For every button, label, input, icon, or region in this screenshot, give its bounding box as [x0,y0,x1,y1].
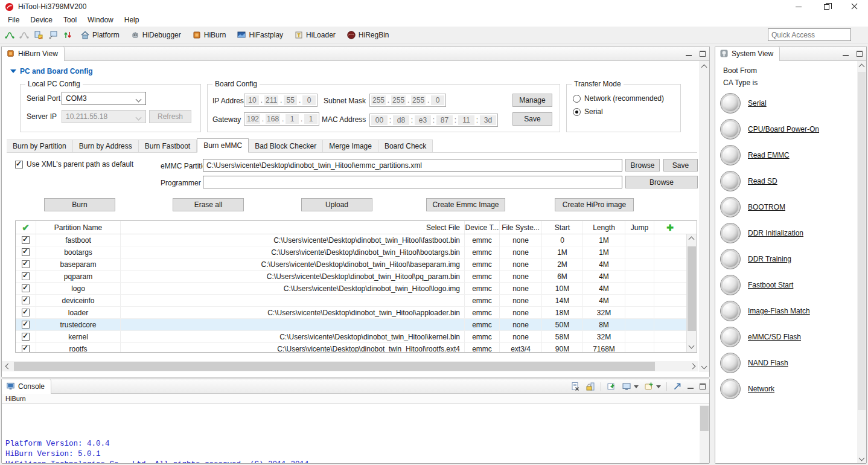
table-row[interactable]: bootargs C:\Users\vicente\Desktop\dinobo… [16,246,697,258]
boot-step-link[interactable]: eMMC/SD Flash [748,333,801,341]
partition-file-save-button[interactable]: Save [663,159,698,172]
pin-console-icon[interactable] [607,382,616,391]
manage-button[interactable]: Manage [512,94,552,107]
launcher-hifastplay[interactable]: HiFastplay [232,28,287,42]
menu-item[interactable]: Tool [58,14,82,26]
cell-select-file[interactable]: C:\Users\vicente\Desktop\dinobot_twin_Hi… [121,246,465,258]
row-checkbox[interactable] [22,272,30,280]
row-checkbox[interactable] [22,321,30,329]
network-radio-option[interactable]: Network (recommended) [573,94,664,103]
console-vertical-scrollbar[interactable] [700,405,709,463]
detach-console-icon[interactable] [672,382,682,391]
cell-select-file[interactable]: C:\Users\vicente\Desktop\dinobot_twin_Hi… [121,234,465,246]
add-partition-icon[interactable]: ✚ [654,221,686,234]
cell-select-file[interactable]: C:\Users\vicente\Desktop\dinobot_twin_Hi… [121,258,465,270]
scroll-right-icon[interactable] [688,361,697,371]
row-checkbox[interactable] [22,248,30,256]
transfer-icon[interactable] [61,28,74,42]
pc-board-config-header[interactable]: PC and Board Config [10,67,93,75]
boot-step-link[interactable]: Read EMMC [748,151,790,159]
disconnect-icon[interactable] [18,28,31,42]
minimize-window-button[interactable] [785,0,812,13]
boot-step-link[interactable]: DDR Training [748,255,791,263]
screen-capture-icon[interactable] [46,28,60,42]
view-vertical-scrollbar[interactable] [699,61,709,372]
horizontal-scrollbar[interactable] [2,361,698,371]
burn-tab[interactable]: Burn eMMC [197,138,249,153]
restore-window-button[interactable] [812,0,840,13]
menu-item[interactable]: Help [119,14,145,26]
cell-select-file[interactable]: C:\Users\vicente\Desktop\dinobot_twin_Hi… [121,331,465,342]
maximize-view-icon[interactable] [700,383,706,390]
boot-step-link[interactable]: Network [748,385,774,393]
minimize-view-icon[interactable] [686,51,692,57]
minimize-view-icon[interactable] [688,384,694,390]
maximize-view-icon[interactable] [857,51,863,57]
system-view-scrollbar[interactable] [857,61,866,463]
burn-tab[interactable]: Merge Image [323,140,378,153]
scroll-lock-icon[interactable] [586,382,595,391]
scroll-up-icon[interactable] [699,62,709,72]
row-checkbox[interactable] [22,309,30,316]
scroll-down-icon[interactable] [699,361,709,371]
erase-all-button[interactable]: Erase all [173,198,244,211]
create-emmc-image-button[interactable]: Create Emmc Image [426,198,505,211]
upload-button[interactable]: Upload [301,198,372,211]
cell-select-file[interactable]: C:\Users\vicente\Desktop\dinobot_twin_Hi… [121,343,465,353]
boot-step-link[interactable]: Image-Flash Match [748,307,810,315]
menu-item[interactable]: Window [82,14,119,26]
scrollbar-thumb[interactable] [858,72,866,410]
boot-step-link[interactable]: CPU/Board Power-On [748,125,819,133]
row-checkbox[interactable] [22,284,30,292]
table-row[interactable]: deviceinfo emmc none 14M 4M [16,295,697,307]
launcher-hiburn[interactable]: HiBurn [188,28,231,42]
scrollbar-thumb[interactable] [688,246,696,331]
row-checkbox[interactable] [22,260,30,268]
use-xml-checkbox-row[interactable]: Use XML's parent path as default [15,160,133,168]
cell-select-file[interactable]: C:\Users\vicente\Desktop\dinobot_twin_Hi… [121,271,465,282]
maximize-view-icon[interactable] [700,51,706,57]
row-checkbox[interactable] [22,297,30,304]
col-jump[interactable]: Jump [625,221,654,234]
row-checkbox[interactable] [22,333,30,341]
minimize-view-icon[interactable] [843,51,849,57]
partition-file-browse-button[interactable]: Browse [625,159,660,172]
console-tab[interactable]: Console [2,379,51,394]
cell-select-file[interactable]: C:\Users\vicente\Desktop\dinobot_twin_Hi… [121,283,465,294]
scrollbar-thumb[interactable] [700,406,709,431]
row-checkbox[interactable] [22,236,30,244]
serial-port-select[interactable]: COM3 [62,92,146,105]
burn-tab[interactable]: Bad Block Checker [249,140,323,153]
launcher-hiloader[interactable]: HiLoader [290,28,340,42]
flash-config-icon[interactable] [32,28,45,42]
launcher-hiregbin[interactable]: HiRegBin [342,28,394,42]
programmer-file-input[interactable] [203,176,622,188]
menu-item[interactable]: File [2,14,25,26]
use-xml-checkbox[interactable] [15,161,23,168]
cell-select-file[interactable] [121,295,465,306]
row-checkbox[interactable] [22,345,30,353]
display-console-control[interactable] [622,382,639,391]
table-row[interactable]: fastboot C:\Users\vicente\Desktop\dinobo… [16,234,697,246]
select-all-check-icon[interactable]: ✔ [16,221,36,234]
boot-step-link[interactable]: Serial [748,99,767,107]
burn-tab[interactable]: Burn by Partition [7,140,73,153]
save-mac-button[interactable]: Save [512,112,552,126]
menu-item[interactable]: Device [25,14,58,26]
boot-step-link[interactable]: DDR Initialization [748,229,803,237]
table-row[interactable]: baseparam C:\Users\vicente\Desktop\dinob… [16,258,697,271]
col-device-type[interactable]: Device T... [465,221,500,234]
scroll-down-icon[interactable] [689,343,695,349]
table-vertical-scrollbar[interactable] [686,234,697,352]
scroll-left-icon[interactable] [3,361,13,371]
system-view-tab[interactable]: System View [715,46,780,61]
col-length[interactable]: Length [583,221,625,234]
boot-step-link[interactable]: NAND Flash [748,359,788,367]
quick-access-input[interactable] [768,28,851,41]
table-row[interactable]: logo C:\Users\vicente\Desktop\dinobot_tw… [16,283,697,295]
scroll-up-icon[interactable] [857,62,866,71]
cell-select-file[interactable] [121,319,465,330]
cell-select-file[interactable]: C:\Users\vicente\Desktop\dinobot_twin_Hi… [121,307,465,318]
burn-tab[interactable]: Burn by Address [73,140,139,153]
boot-step-link[interactable]: Read SD [748,177,777,185]
